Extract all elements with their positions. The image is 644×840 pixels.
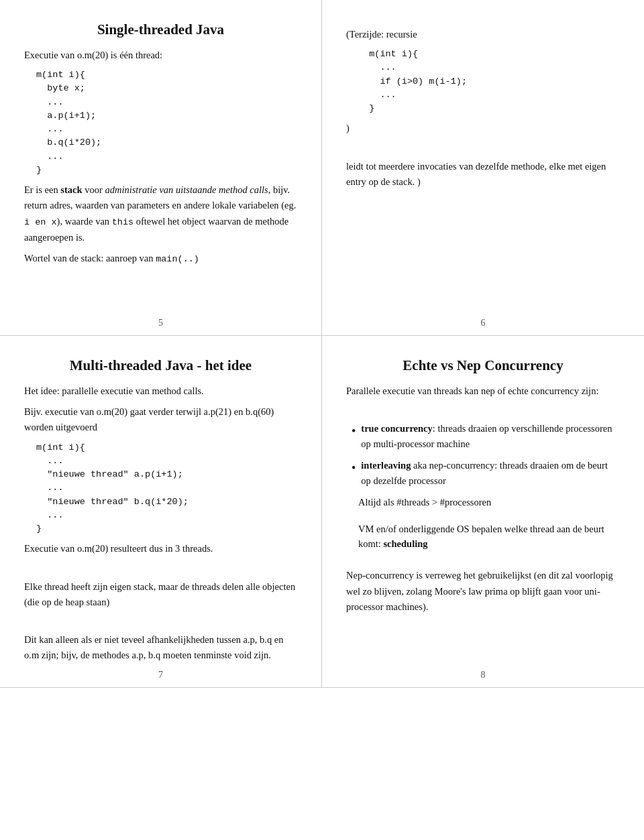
slide-8-vm: VM en/of onderliggende OS bepalen welke …	[358, 522, 620, 552]
slide-5-stack-text: Er is een stack voor administratie van u…	[24, 182, 297, 245]
intro-text: Executie van o.m(20) is één thread:	[24, 50, 162, 60]
bullet-2-label: interleaving	[361, 460, 411, 471]
this-code: this	[112, 217, 133, 227]
page: Single-threaded Java Executie van o.m(20…	[0, 0, 644, 688]
top-row: Single-threaded Java Executie van o.m(20…	[0, 0, 644, 336]
wortel-text: Wortel van de stack: aanroep van	[24, 253, 156, 263]
slide-7-text-2: Bijv. executie van o.m(20) gaat verder t…	[24, 404, 297, 435]
nep-text: Nep-concurrency is verreweg het gebruike…	[346, 570, 613, 611]
slide-6-terzijde-open: (Terzijde: recursie	[346, 27, 620, 42]
bottom-row: Multi-threaded Java - het idee Het idee:…	[0, 336, 644, 688]
slide-5-code-main: m(int i){ byte x; ... a.p(i+1); ... b.q(…	[36, 68, 297, 177]
scheduling-bold: scheduling	[383, 538, 427, 549]
bullet-dot-1: •	[352, 422, 356, 441]
slide-8: Echte vs Nep Concurrency Parallele execu…	[322, 336, 644, 687]
slide-6-code-recursie: m(int i){ ... if (i>0) m(i-1); ... }	[358, 48, 620, 115]
bullet-dot-2: •	[352, 459, 356, 478]
slide-8-title: Echte vs Nep Concurrency	[346, 357, 620, 374]
bullet-true-concurrency: • true concurrency: threads draaien op v…	[352, 421, 620, 451]
slide-7-title: Multi-threaded Java - het idee	[24, 357, 297, 374]
slide-5-intro: Executie van o.m(20) is één thread:	[24, 48, 297, 63]
slide-7-text-5: Dit kan alleen als er niet teveel afhank…	[24, 632, 297, 663]
main-code: main(..)	[156, 254, 199, 264]
nep-paren: (en dit zal voorlopig wel zo blijven, zo…	[346, 570, 613, 611]
slide-8-altijd: Altijd als #threads > #processoren	[358, 495, 620, 509]
bullet-1-text: true concurrency: threads draaien op ver…	[361, 421, 620, 451]
bullet-interleaving: • interleaving aka nep-concurrency: thre…	[352, 458, 620, 488]
slide-7: Multi-threaded Java - het idee Het idee:…	[0, 336, 322, 687]
bullet-1-label: true concurrency	[361, 423, 432, 434]
slide-7-code-main: m(int i){ ... "nieuwe thread" a.p(i+1); …	[36, 441, 297, 536]
slide-5-wortel: Wortel van de stack: aanroep van main(..…	[24, 251, 297, 267]
slide-6-desc: leidt tot meerdere invocaties van dezelf…	[346, 159, 620, 190]
stack-italic: administratie van uitstaande method call…	[105, 184, 270, 195]
slide-8-nep: Nep-concurrency is verreweg het gebruike…	[346, 568, 620, 615]
slide-6-page-number: 6	[481, 318, 486, 328]
slide-7-text-3: Executie van o.m(20) resulteert dus in 3…	[24, 541, 297, 556]
slide-7-text-4: Elke thread heeft zijn eigen stack, maar…	[24, 579, 297, 610]
stack-text-4: ), waarde van	[57, 216, 112, 227]
slide-8-bullets: • true concurrency: threads draaien op v…	[352, 421, 620, 488]
slide-8-intro: Parallele executie van threads kan nep o…	[346, 383, 620, 399]
slide-7-text-1: Het idee: parallelle executie van method…	[24, 383, 297, 399]
slide-5-page-number: 5	[158, 318, 163, 328]
slide-6: (Terzijde: recursie m(int i){ ... if (i>…	[322, 0, 644, 335]
stack-text-1: Er is een	[24, 184, 60, 195]
slide-8-page-number: 8	[481, 670, 486, 680]
stack-text-2: voor	[83, 184, 105, 195]
stack-code: i en x	[24, 217, 57, 227]
slide-5-title: Single-threaded Java	[24, 21, 297, 38]
bullet-2-text: interleaving aka nep-concurrency: thread…	[361, 458, 620, 488]
slide-6-close: )	[346, 121, 620, 136]
slide-5: Single-threaded Java Executie van o.m(20…	[0, 0, 322, 335]
slide-7-page-number: 7	[158, 670, 163, 680]
stack-bold: stack	[60, 184, 82, 195]
